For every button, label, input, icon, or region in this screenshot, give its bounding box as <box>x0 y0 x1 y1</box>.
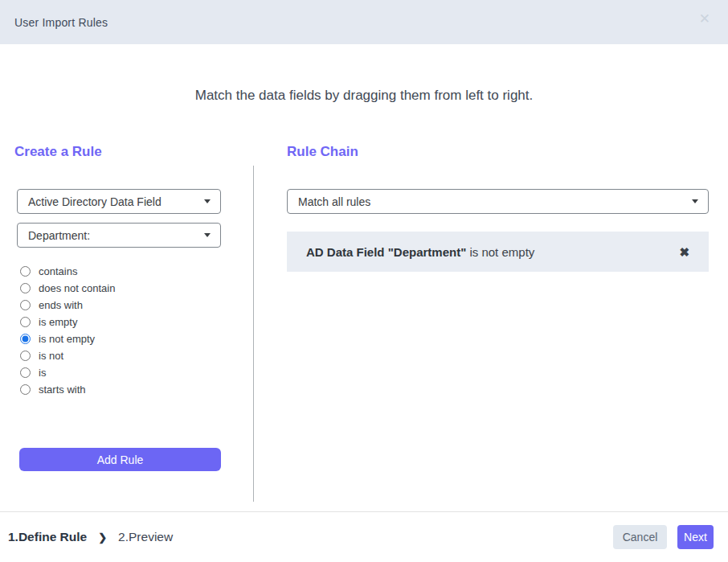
rule-chain-heading: Rule Chain <box>287 144 709 160</box>
operator-option-starts-with[interactable]: starts with <box>20 381 233 398</box>
chevron-down-icon <box>204 233 211 237</box>
column-divider <box>253 166 254 502</box>
rule-chain-item: AD Data Field "Department" is not empty … <box>287 232 709 272</box>
dialog-header: User Import Rules ✕ <box>0 0 728 44</box>
radio-label[interactable]: does not contain <box>39 282 115 294</box>
field-type-dropdown-value: Active Directory Data Field <box>28 195 162 208</box>
add-rule-button[interactable]: Add Rule <box>19 448 221 471</box>
drag-instruction: Match the data fields by dragging them f… <box>0 88 728 104</box>
radio-is-not-empty[interactable] <box>20 334 31 344</box>
dialog-title: User Import Rules <box>14 16 108 29</box>
chevron-down-icon <box>692 199 698 203</box>
step-preview: 2.Preview <box>118 530 173 544</box>
step-define-rule: 1.Define Rule <box>8 530 87 544</box>
radio-contains[interactable] <box>20 266 31 277</box>
field-type-dropdown[interactable]: Active Directory Data Field <box>17 189 221 214</box>
close-icon[interactable]: ✕ <box>696 9 714 29</box>
operator-option-does-not-contain[interactable]: does not contain <box>20 280 233 297</box>
footer-actions: Cancel Next <box>613 525 714 549</box>
match-rules-dropdown[interactable]: Match all rules <box>287 189 709 214</box>
next-button[interactable]: Next <box>677 525 714 549</box>
radio-ends-with[interactable] <box>20 300 31 310</box>
operator-radio-group: contains does not contain ends with is e… <box>14 263 233 398</box>
chevron-down-icon <box>204 199 211 203</box>
operator-option-is-not[interactable]: is not <box>20 347 233 364</box>
radio-is-empty[interactable] <box>20 317 31 327</box>
chevron-right-icon: ❯ <box>98 531 107 544</box>
field-dropdown-value: Department: <box>28 229 90 242</box>
radio-label[interactable]: starts with <box>39 384 86 396</box>
operator-option-is[interactable]: is <box>20 364 233 381</box>
match-rules-dropdown-value: Match all rules <box>298 195 370 208</box>
rule-chain-item-text: AD Data Field "Department" is not empty <box>306 245 677 259</box>
radio-starts-with[interactable] <box>20 384 31 395</box>
wizard-footer: 1.Define Rule ❯ 2.Preview Cancel Next <box>0 511 728 562</box>
create-rule-heading: Create a Rule <box>14 144 233 160</box>
radio-is[interactable] <box>20 367 31 378</box>
field-dropdown[interactable]: Department: <box>17 223 221 248</box>
user-import-rules-dialog: User Import Rules ✕ Match the data field… <box>0 0 728 562</box>
rule-chain-item-operator: is not empty <box>466 245 534 259</box>
operator-option-ends-with[interactable]: ends with <box>20 297 233 314</box>
rule-builder-columns: Create a Rule Active Directory Data Fiel… <box>0 144 728 471</box>
rule-chain-panel: Rule Chain Match all rules AD Data Field… <box>254 144 728 471</box>
wizard-steps: 1.Define Rule ❯ 2.Preview <box>8 530 173 544</box>
radio-label[interactable]: contains <box>39 265 77 277</box>
radio-is-not[interactable] <box>20 351 31 361</box>
remove-rule-icon[interactable]: ✖ <box>677 244 691 260</box>
radio-label[interactable]: is <box>39 367 46 379</box>
radio-does-not-contain[interactable] <box>20 283 31 293</box>
operator-option-contains[interactable]: contains <box>20 263 233 280</box>
radio-label[interactable]: ends with <box>39 299 83 311</box>
radio-label[interactable]: is not empty <box>39 333 95 345</box>
operator-option-is-empty[interactable]: is empty <box>20 314 233 330</box>
rule-chain-item-field: AD Data Field "Department" <box>306 245 466 259</box>
radio-label[interactable]: is not <box>39 350 63 362</box>
cancel-button[interactable]: Cancel <box>613 525 667 549</box>
create-rule-panel: Create a Rule Active Directory Data Fiel… <box>0 144 254 471</box>
radio-label[interactable]: is empty <box>39 316 77 328</box>
operator-option-is-not-empty[interactable]: is not empty <box>20 330 233 347</box>
